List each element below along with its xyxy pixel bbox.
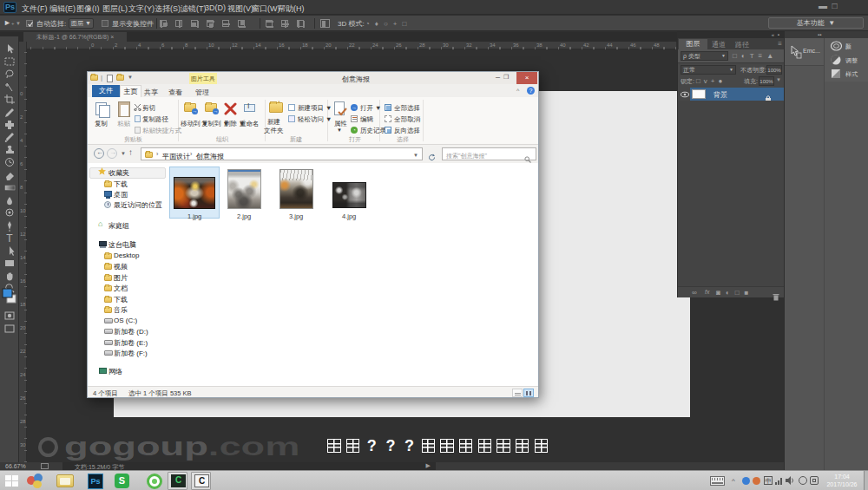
svg-text:T: T <box>6 232 13 245</box>
